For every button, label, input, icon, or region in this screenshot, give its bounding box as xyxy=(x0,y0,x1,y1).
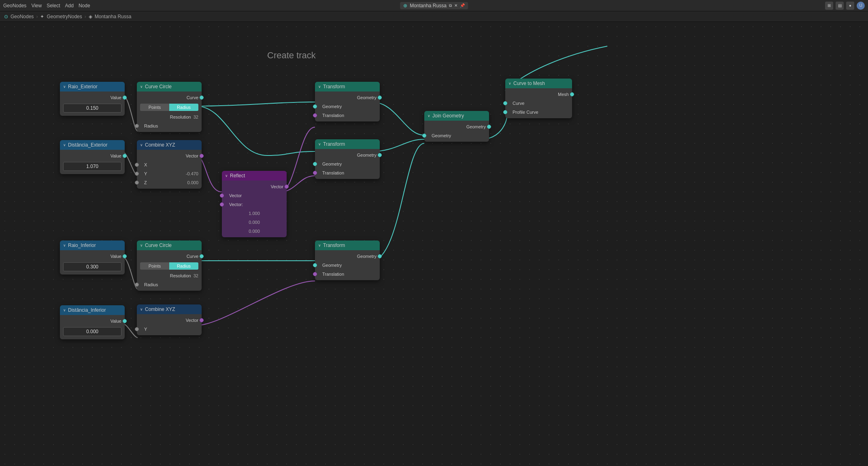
curve-output-socket[interactable] xyxy=(200,96,204,100)
node-curve-to-mesh[interactable]: ∨ Curve to Mesh Mesh Curve Profile Curve xyxy=(505,79,572,118)
t3-translation-socket[interactable] xyxy=(313,272,317,276)
x-socket[interactable] xyxy=(135,163,139,167)
topbar-btn-1[interactable]: ⊞ xyxy=(825,2,833,10)
t1-geo-out-socket[interactable] xyxy=(378,96,382,100)
node-transform-2[interactable]: ∨ Transform Geometry Geometry Translatio… xyxy=(315,139,380,179)
distancia-inferior-value[interactable]: 0.000 xyxy=(63,327,121,336)
node-curve-circle-1-header[interactable]: ∨ Curve Circle xyxy=(137,82,202,91)
node-transform-3[interactable]: ∨ Transform Geometry Geometry Translatio… xyxy=(315,240,380,280)
di-value-socket[interactable] xyxy=(123,319,127,323)
topbar-btn-2[interactable]: ▤ xyxy=(836,2,844,10)
topbar-btn-user[interactable]: U xyxy=(857,2,865,10)
collapse-icon[interactable]: ∨ xyxy=(318,85,321,89)
point-radius-toggle[interactable]: Points Radius xyxy=(140,104,198,111)
cc2-toggle[interactable]: Points Radius xyxy=(140,262,198,270)
cc2-y-socket[interactable] xyxy=(135,327,139,331)
reflect-val3[interactable]: 0.000 xyxy=(249,229,260,234)
res-val[interactable]: 32 xyxy=(194,115,198,119)
y-val[interactable]: -0.470 xyxy=(186,171,198,176)
t3-geo-in-socket[interactable] xyxy=(313,263,317,267)
collapse-icon[interactable]: ∨ xyxy=(63,308,66,312)
menu-geonodes[interactable]: GeoNodes xyxy=(3,3,26,9)
node-distancia-inferior-header[interactable]: ∨ Distância_Inferior xyxy=(60,305,125,315)
node-transform-2-header[interactable]: ∨ Transform xyxy=(315,139,380,149)
ri-value-socket[interactable] xyxy=(123,254,127,258)
node-join-geometry[interactable]: ∨ Join Geometry Geometry Geometry xyxy=(424,111,489,142)
node-transform-3-header[interactable]: ∨ Transform xyxy=(315,240,380,250)
cc2-res-val[interactable]: 32 xyxy=(194,273,198,278)
collapse-icon[interactable]: ∨ xyxy=(63,243,66,247)
node-combine-xyz-1-header[interactable]: ∨ Combine XYZ xyxy=(137,140,202,150)
collapse-icon[interactable]: ∨ xyxy=(63,85,66,89)
node-raio-exterior-header[interactable]: ∨ Raio_Exterior xyxy=(60,82,125,91)
join-geo-in-socket[interactable] xyxy=(422,134,426,138)
collapse-icon[interactable]: ∨ xyxy=(508,81,511,85)
join-geo-out-socket[interactable] xyxy=(487,125,491,129)
node-distancia-inferior[interactable]: ∨ Distância_Inferior Value 0.000 xyxy=(60,305,125,339)
node-raio-inferior[interactable]: ∨ Raio_Inferior Value 0.300 xyxy=(60,240,125,274)
t2-geo-in-socket[interactable] xyxy=(313,162,317,166)
node-curve-circle-2-header[interactable]: ∨ Curve Circle xyxy=(137,240,202,250)
ctm-curve-in-socket[interactable] xyxy=(503,101,507,105)
collapse-icon[interactable]: ∨ xyxy=(140,143,143,147)
distancia-exterior-value[interactable]: 1.070 xyxy=(63,162,121,171)
node-raio-inferior-header[interactable]: ∨ Raio_Inferior xyxy=(60,240,125,250)
z-socket[interactable] xyxy=(135,181,139,185)
reflect-val1[interactable]: 1.000 xyxy=(249,211,260,216)
points-btn[interactable]: Points xyxy=(140,104,169,111)
reflect-output-socket[interactable] xyxy=(285,185,289,189)
radius-input-socket[interactable] xyxy=(135,124,139,128)
collapse-icon[interactable]: ∨ xyxy=(140,307,143,311)
t1-translation-socket[interactable] xyxy=(313,113,317,117)
pin-icon[interactable]: 📌 xyxy=(460,3,465,8)
node-distancia-exterior[interactable]: ∨ Distância_Exterior Value 1.070 xyxy=(60,140,125,174)
radius-btn[interactable]: Radius xyxy=(169,104,198,111)
node-curve-to-mesh-header[interactable]: ∨ Curve to Mesh xyxy=(505,79,572,88)
t2-geo-out-socket[interactable] xyxy=(378,153,382,157)
node-curve-circle-1[interactable]: ∨ Curve Circle Curve Points Radius Resol… xyxy=(137,82,202,132)
z-val[interactable]: 0.000 xyxy=(187,180,198,185)
collapse-icon[interactable]: ∨ xyxy=(318,142,321,146)
collapse-icon[interactable]: ∨ xyxy=(63,143,66,147)
collapse-icon[interactable]: ∨ xyxy=(428,114,430,118)
node-canvas[interactable]: Create track ∨ Raio_Exterior Value 0.150… xyxy=(0,22,868,466)
breadcrumb-geo[interactable]: GeoNodes xyxy=(11,14,34,19)
cc2-radius-btn[interactable]: Radius xyxy=(169,262,198,270)
node-distancia-exterior-header[interactable]: ∨ Distância_Exterior xyxy=(60,140,125,150)
reflect-val2[interactable]: 0.000 xyxy=(249,220,260,225)
y-socket[interactable] xyxy=(135,172,139,176)
collapse-icon[interactable]: ∨ xyxy=(318,243,321,247)
t1-geo-in-socket[interactable] xyxy=(313,104,317,109)
reflect-input-socket2[interactable] xyxy=(220,202,224,206)
node-join-geo-header[interactable]: ∨ Join Geometry xyxy=(424,111,489,121)
menu-view[interactable]: View xyxy=(31,3,42,9)
node-combine-xyz-2-header[interactable]: ∨ Combine XYZ xyxy=(137,304,202,314)
node-raio-exterior[interactable]: ∨ Raio_Exterior Value 0.150 xyxy=(60,82,125,116)
vector-output-socket[interactable] xyxy=(200,154,204,158)
breadcrumb-montanha[interactable]: Montanha Russa xyxy=(95,14,132,19)
copy-icon[interactable]: ⧉ xyxy=(449,3,452,8)
node-combine-xyz-2[interactable]: ∨ Combine XYZ Vector Y xyxy=(137,304,202,335)
node-curve-circle-2[interactable]: ∨ Curve Circle Curve Points Radius Resol… xyxy=(137,240,202,291)
node-reflect[interactable]: ∨ Reflect Vector Vector Vector: 1.000 0.… xyxy=(222,171,287,237)
collapse-icon[interactable]: ∨ xyxy=(140,243,143,247)
cc2-points-btn[interactable]: Points xyxy=(140,262,169,270)
raio-exterior-value[interactable]: 0.150 xyxy=(63,104,121,113)
value-output-socket[interactable] xyxy=(123,96,127,100)
mesh-out-socket[interactable] xyxy=(570,92,574,96)
breadcrumb-geometry[interactable]: GeometryNodes xyxy=(47,14,82,19)
cc2-curve-socket[interactable] xyxy=(200,254,204,258)
reflect-input-socket[interactable] xyxy=(220,194,224,198)
cc2-vec-socket[interactable] xyxy=(200,318,204,322)
value-output-socket[interactable] xyxy=(123,154,127,158)
node-transform-1[interactable]: ∨ Transform Geometry Geometry Translatio… xyxy=(315,82,380,121)
tab-label[interactable]: Montanha Russa xyxy=(410,3,447,9)
close-icon[interactable]: ✕ xyxy=(454,3,457,8)
menu-select[interactable]: Select xyxy=(47,3,60,9)
ctm-profile-socket[interactable] xyxy=(503,110,507,114)
collapse-icon[interactable]: ∨ xyxy=(140,85,143,89)
topbar-btn-3[interactable]: ● xyxy=(846,2,854,10)
raio-inferior-value[interactable]: 0.300 xyxy=(63,262,121,271)
cc2-radius-socket[interactable] xyxy=(135,283,139,287)
menu-node[interactable]: Node xyxy=(79,3,90,9)
